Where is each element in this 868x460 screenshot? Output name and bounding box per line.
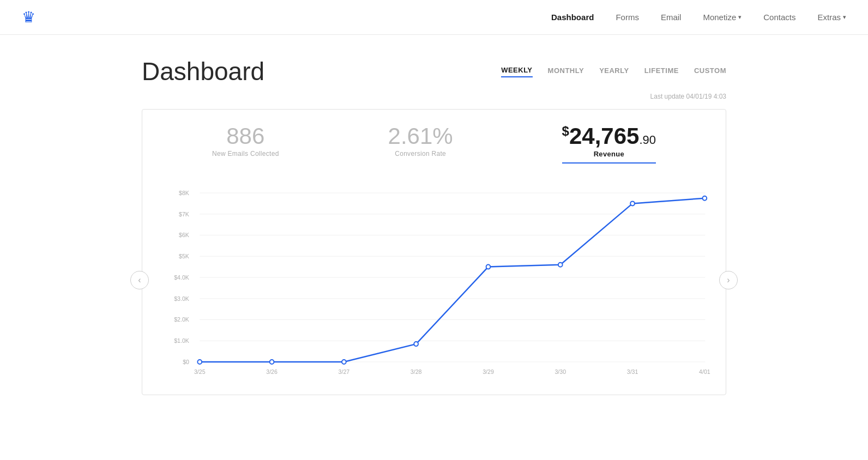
tab-yearly[interactable]: YEARLY — [599, 66, 629, 77]
chart-dot-329 — [486, 265, 491, 269]
tab-lifetime[interactable]: LIFETIME — [644, 66, 679, 77]
stat-revenue: $24,765.90 Revenue — [562, 125, 656, 164]
revenue-chart: $8K $7K $6K $5K $4.0K $3.0K $2.0K $1.0K … — [158, 177, 710, 384]
nav-forms[interactable]: Forms — [616, 13, 639, 22]
chart-next-button[interactable]: › — [719, 271, 738, 289]
svg-text:3/26: 3/26 — [266, 368, 278, 375]
emails-label: New Emails Collected — [212, 150, 279, 158]
nav-contacts[interactable]: Contacts — [763, 13, 795, 22]
logo-icon: ♛ — [22, 8, 35, 26]
chart-dot-330 — [558, 263, 563, 267]
page-title: Dashboard — [142, 57, 264, 86]
nav-extras[interactable]: Extras ▾ — [817, 13, 846, 22]
chevron-down-icon: ▾ — [843, 14, 846, 21]
svg-text:3/25: 3/25 — [194, 368, 206, 375]
revenue-value: $24,765.90 — [562, 125, 656, 148]
main-content: Dashboard WEEKLY MONTHLY YEARLY LIFETIME… — [0, 35, 868, 417]
svg-text:$7K: $7K — [179, 211, 190, 217]
svg-text:$3.0K: $3.0K — [174, 295, 190, 302]
svg-text:4/01: 4/01 — [699, 368, 710, 375]
nav-monetize[interactable]: Monetize ▾ — [703, 13, 742, 22]
svg-text:$5K: $5K — [179, 253, 190, 259]
chart-dot-325 — [197, 360, 202, 364]
svg-text:$1.0K: $1.0K — [174, 337, 190, 344]
chart-dot-326 — [270, 360, 274, 364]
svg-text:$8K: $8K — [179, 190, 190, 196]
svg-text:$6K: $6K — [179, 232, 190, 238]
nav-links: Dashboard Forms Email Monetize ▾ Contact… — [551, 13, 846, 22]
svg-text:3/29: 3/29 — [483, 368, 494, 375]
page-header: Dashboard WEEKLY MONTHLY YEARLY LIFETIME… — [142, 57, 726, 86]
revenue-dollar: $ — [562, 124, 569, 138]
navigation: ♛ Dashboard Forms Email Monetize ▾ Conta… — [0, 0, 868, 35]
dashboard-card: 886 New Emails Collected 2.61% Conversio… — [142, 109, 726, 395]
revenue-label: Revenue — [562, 150, 656, 158]
chart-dot-327 — [342, 360, 346, 364]
svg-text:$0: $0 — [183, 359, 189, 365]
svg-text:$4.0K: $4.0K — [174, 274, 190, 281]
chart-dot-328 — [414, 342, 418, 346]
nav-dashboard[interactable]: Dashboard — [551, 13, 594, 22]
revenue-underline — [562, 162, 656, 164]
chart-line — [200, 198, 704, 362]
svg-text:3/27: 3/27 — [339, 368, 350, 375]
stat-emails: 886 New Emails Collected — [212, 125, 279, 164]
svg-text:$2.0K: $2.0K — [174, 316, 190, 323]
tab-custom[interactable]: CUSTOM — [694, 66, 726, 77]
period-tabs: WEEKLY MONTHLY YEARLY LIFETIME CUSTOM — [501, 66, 726, 77]
stat-conversion: 2.61% Conversion Rate — [388, 125, 453, 164]
nav-email[interactable]: Email — [661, 13, 682, 22]
chart-prev-button[interactable]: ‹ — [130, 271, 149, 289]
stats-row: 886 New Emails Collected 2.61% Conversio… — [158, 125, 710, 168]
chart-dot-331 — [630, 201, 635, 205]
svg-text:3/28: 3/28 — [411, 368, 422, 375]
last-update: Last update 04/01/19 4:03 — [142, 93, 726, 100]
emails-value: 886 — [212, 125, 279, 148]
conversion-label: Conversion Rate — [388, 150, 453, 158]
revenue-main: 24,765 — [569, 123, 639, 149]
conversion-value: 2.61% — [388, 125, 453, 148]
revenue-cents: .90 — [639, 133, 656, 147]
svg-text:3/31: 3/31 — [627, 368, 638, 375]
tab-monthly[interactable]: MONTHLY — [548, 66, 584, 77]
svg-text:3/30: 3/30 — [554, 368, 566, 375]
chevron-down-icon: ▾ — [738, 14, 742, 21]
tab-weekly[interactable]: WEEKLY — [501, 66, 532, 77]
chart-dot-401 — [703, 196, 707, 201]
chart-area: ‹ › $8K $7K $6K $5K $4.0K $3.0K — [158, 177, 710, 384]
